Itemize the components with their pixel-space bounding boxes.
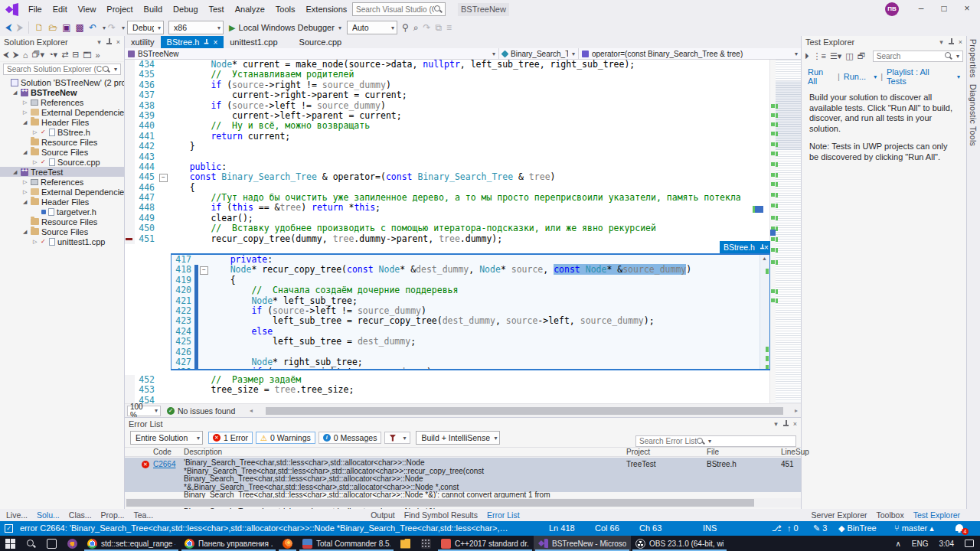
taskbar-app-browser[interactable] bbox=[62, 536, 83, 551]
collapse-all-icon[interactable]: ⊟ bbox=[72, 50, 79, 60]
close-icon[interactable]: × bbox=[213, 38, 217, 47]
hierarchy-icon[interactable]: ☰▾ bbox=[830, 51, 841, 61]
taskbar-search-button[interactable] bbox=[21, 536, 41, 551]
close-button[interactable]: × bbox=[956, 0, 978, 18]
tree-item-bstreenew[interactable]: ◢BSTreeNew bbox=[0, 87, 124, 97]
code-line-451[interactable]: 451recur_copy_tree(dummy, tree.dummy->pa… bbox=[125, 234, 769, 244]
maximize-button[interactable]: □ bbox=[933, 0, 956, 18]
expanded-arrow-icon[interactable]: ◢ bbox=[23, 149, 31, 155]
menu-edit[interactable]: Edit bbox=[47, 0, 73, 19]
navigate-back-icon[interactable]: ⮜ bbox=[5, 20, 12, 35]
collapsed-arrow-icon[interactable]: ▷ bbox=[33, 129, 41, 135]
errors-toggle-button[interactable]: ✕1 Error bbox=[208, 432, 253, 444]
run-all-link[interactable]: Run All bbox=[808, 67, 834, 86]
error-code-link[interactable]: C2664 bbox=[153, 460, 175, 468]
code-line-427[interactable]: 427Node* right_sub_tree; bbox=[172, 357, 769, 367]
menu-project[interactable]: Project bbox=[101, 0, 138, 19]
scrollbar-thumb[interactable] bbox=[266, 407, 783, 415]
tab-source-cpp[interactable]: Source.cpp bbox=[293, 36, 348, 48]
menu-build[interactable]: Build bbox=[139, 0, 168, 19]
tree-item-resource-files[interactable]: Resource Files bbox=[0, 217, 124, 227]
collapsed-arrow-icon[interactable]: ▷ bbox=[23, 179, 31, 185]
close-icon[interactable]: × bbox=[116, 38, 120, 46]
code-line-442[interactable]: 442} bbox=[125, 142, 769, 152]
attach-to-process-icon[interactable]: ⚲ bbox=[402, 20, 409, 35]
switch-views-icon[interactable]: 🗇▾ bbox=[31, 50, 44, 60]
close-icon[interactable]: × bbox=[959, 38, 962, 46]
menu-analyze[interactable]: Analyze bbox=[230, 0, 270, 19]
redo-dropdown-icon[interactable]: ▾ bbox=[122, 24, 125, 31]
code-line-434[interactable]: 434Node* current = make_node(source->dat… bbox=[125, 60, 769, 70]
expanded-arrow-icon[interactable]: ◢ bbox=[23, 119, 31, 126]
filter-button[interactable]: ▾ bbox=[384, 432, 410, 444]
menu-file[interactable]: File bbox=[23, 0, 47, 19]
collapsed-arrow-icon[interactable]: ▷ bbox=[23, 109, 31, 116]
code-line-417[interactable]: 417private: bbox=[172, 255, 769, 265]
panel-tab-prop[interactable]: Prop... bbox=[96, 510, 129, 520]
tree-item-solution-bstreenew-2-projects[interactable]: Solution 'BSTreeNew' (2 projects) bbox=[0, 77, 124, 87]
document-health-indicator[interactable]: ✓ No issues found bbox=[167, 406, 235, 416]
scrollbar-annotations[interactable] bbox=[769, 60, 776, 403]
tree-item-references[interactable]: ▷References bbox=[0, 97, 124, 107]
menu-test[interactable]: Test bbox=[204, 0, 230, 19]
panel-tab-output[interactable]: Output bbox=[366, 510, 400, 520]
collapsed-arrow-icon[interactable]: ▷ bbox=[33, 239, 41, 245]
taskbar-app-total-commander[interactable]: Total Commander 8.5... bbox=[298, 536, 395, 551]
minimize-button[interactable]: – bbox=[910, 0, 933, 18]
playlist-link[interactable]: Playlist : All Tests bbox=[887, 67, 949, 86]
build-filter-combo[interactable]: Build + IntelliSense▾ bbox=[416, 431, 500, 445]
comment-icon[interactable]: ≡ bbox=[446, 20, 452, 35]
se-forward-icon[interactable]: ⮞ bbox=[13, 50, 19, 60]
tree-item-treetest[interactable]: ◢TreeTest bbox=[0, 167, 124, 177]
code-line-428[interactable]: 428if (source->right != source_dummy) bbox=[172, 367, 769, 370]
code-line-424[interactable]: 424else bbox=[172, 327, 769, 337]
tree-item-bstree-h[interactable]: ▷✓BStree.h bbox=[0, 127, 124, 137]
tab-xutility[interactable]: xutility bbox=[125, 36, 161, 48]
panel-tab-solu[interactable]: Solu... bbox=[32, 510, 64, 520]
project-scope-combo[interactable]: BSTreeNew▾ bbox=[125, 48, 499, 59]
code-line-444[interactable]: 444public: bbox=[125, 162, 769, 172]
tab-unittest1-cpp[interactable]: unittest1.cpp bbox=[224, 36, 283, 48]
code-line-437[interactable]: 437current->right->parent = current; bbox=[125, 90, 769, 100]
configuration-combo[interactable]: Debug▾ bbox=[127, 21, 164, 34]
peek-scrollbar[interactable]: ▲ bbox=[760, 255, 769, 369]
menu-extensions[interactable]: Extensions bbox=[301, 0, 353, 19]
window-position-icon[interactable]: ▾ bbox=[774, 420, 778, 428]
tree-item-unittest1-cpp[interactable]: ▷✓unittest1.cpp bbox=[0, 236, 124, 246]
fold-collapse-icon[interactable] bbox=[198, 265, 209, 275]
code-line-426[interactable]: 426 bbox=[172, 347, 769, 357]
expanded-arrow-icon[interactable]: ◢ bbox=[23, 199, 31, 205]
panel-tab-live[interactable]: Live... bbox=[2, 510, 32, 520]
menu-tools[interactable]: Tools bbox=[270, 0, 301, 19]
close-icon[interactable]: × bbox=[764, 243, 769, 252]
properties-icon[interactable]: 🗔 bbox=[83, 51, 92, 60]
window-position-icon[interactable]: ▾ bbox=[939, 38, 943, 46]
dock-tab-diagnostic-tools[interactable]: Diagnostic Tools bbox=[967, 81, 979, 149]
tree-item-header-files[interactable]: ◢Header Files bbox=[0, 117, 124, 127]
open-file-icon[interactable]: 🗁 bbox=[48, 20, 57, 35]
collapsed-arrow-icon[interactable]: ▷ bbox=[23, 189, 31, 195]
code-line-446[interactable]: 446{ bbox=[125, 183, 769, 193]
run-menu-link[interactable]: Run... bbox=[844, 72, 866, 81]
dock-tab-properties[interactable]: Properties bbox=[967, 36, 979, 81]
code-line-421[interactable]: 421Node* left_sub_tree; bbox=[172, 296, 769, 306]
source-control-icon[interactable]: ⎇ bbox=[772, 521, 782, 536]
editor-horizontal-scrollbar[interactable] bbox=[256, 407, 792, 415]
panel-tab-server-explorer[interactable]: Server Explorer bbox=[807, 510, 872, 520]
tree-item-targetver-h[interactable]: targetver.h bbox=[0, 207, 124, 217]
tree-item-header-files[interactable]: ◢Header Files bbox=[0, 197, 124, 207]
home-icon[interactable]: ⌂ bbox=[23, 51, 28, 60]
collapsed-arrow-icon[interactable]: ▷ bbox=[33, 159, 41, 165]
scrollbar-thumb[interactable] bbox=[126, 499, 754, 507]
error-row[interactable]: ✕ C2664 'Binary_Search_Tree<char,std::le… bbox=[125, 458, 801, 492]
sync-with-active-document-icon[interactable]: ⇄ bbox=[61, 50, 68, 60]
attach-mode-combo[interactable]: Auto▾ bbox=[347, 21, 397, 34]
options-icon[interactable]: 🗗 bbox=[858, 51, 866, 60]
expanded-arrow-icon[interactable]: ◢ bbox=[13, 90, 21, 96]
type-combo[interactable]: Binary_Search_Tree<T, Compare, Allocator… bbox=[499, 48, 579, 59]
code-line-423[interactable]: 423left_sub_tree = recur_copy_tree(dest_… bbox=[172, 316, 769, 326]
panel-tab-find-symbol-results[interactable]: Find Symbol Results bbox=[400, 510, 482, 520]
task-view-button[interactable] bbox=[41, 536, 62, 551]
panel-tab-error-list[interactable]: Error List bbox=[482, 510, 524, 520]
member-combo[interactable]: operator=(const Binary_Search_Tree & tre… bbox=[579, 48, 801, 59]
